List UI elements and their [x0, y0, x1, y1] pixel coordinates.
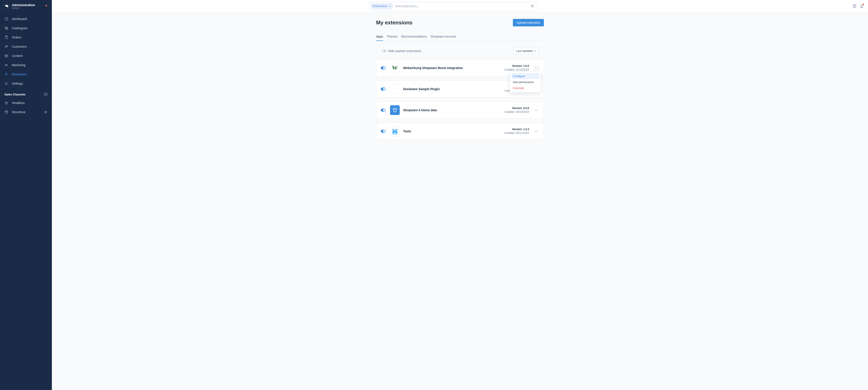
notifications-button[interactable] [860, 4, 864, 8]
svg-point-6 [5, 46, 7, 47]
nav-customers[interactable]: Customers [0, 42, 52, 51]
section-title: Sales Channels [4, 93, 26, 96]
chevron-down-icon [389, 5, 391, 7]
extension-meta: Version: 1.2.3 Installed: 04/11/2023 [504, 127, 529, 135]
svg-point-32 [537, 110, 538, 111]
svg-rect-8 [5, 55, 8, 57]
svg-rect-3 [6, 28, 8, 29]
svg-point-24 [535, 68, 535, 68]
svg-point-19 [45, 112, 46, 113]
extension-more-button[interactable] [533, 108, 539, 112]
nav-label: Content [12, 54, 23, 58]
sort-select[interactable]: Last updated [514, 48, 538, 54]
svg-point-39 [396, 130, 397, 130]
brand-area[interactable]: Administration 6.5.6.0 [0, 0, 52, 12]
search-input[interactable] [393, 4, 530, 8]
extension-more-button[interactable] [533, 129, 539, 133]
plugin-icon [390, 105, 400, 115]
toggle-switch-icon [381, 50, 386, 52]
brand-version: 6.5.6.0 [12, 7, 35, 9]
channel-storefront[interactable]: Storefront [0, 108, 52, 117]
topbar: Extensions [52, 0, 868, 12]
page-title: My extensions [376, 20, 412, 26]
svg-point-43 [537, 131, 538, 132]
basket-icon [4, 101, 8, 105]
nav-label: Dashboard [12, 17, 27, 21]
search-icon[interactable] [531, 4, 534, 8]
sales-channels-header: Sales Channels [0, 88, 52, 98]
channels-list: Headless Storefront [0, 98, 52, 117]
brand-title: Administration [12, 3, 35, 7]
hide-inactive-toggle[interactable]: Hide inactive extensions [381, 49, 421, 53]
extension-row: Shopware 6 Demo data Version: 2.0.0 Inst… [376, 101, 544, 119]
nav-dashboard[interactable]: Dashboard [0, 14, 52, 24]
eye-icon[interactable] [44, 110, 48, 114]
plugin-icon [390, 126, 400, 136]
context-permissions[interactable]: See permissions [511, 79, 539, 85]
nav-label: Extensions [12, 72, 27, 76]
svg-point-20 [531, 5, 533, 7]
extension-installed-date: Installed: 04/11/2023 [504, 131, 529, 135]
extension-version: Version: 1.2.3 [504, 127, 529, 131]
nav-label: Settings [12, 82, 23, 85]
extension-installed-date: Installed: 04/10/2023 [504, 110, 529, 114]
search-scope-label: Extensions [373, 4, 387, 8]
svg-point-25 [536, 68, 537, 68]
context-configure[interactable]: Configure [511, 73, 539, 79]
copy-icon [4, 26, 8, 30]
upload-extension-button[interactable]: Upload extension [513, 19, 544, 26]
extension-meta: Version: 1.0.0 Installed: 12/10/2023 [504, 64, 529, 72]
extension-active-toggle[interactable] [381, 66, 386, 69]
search-scope-selector[interactable]: Extensions [371, 3, 393, 9]
users-icon [4, 44, 8, 49]
tshirt-icon [392, 108, 398, 113]
extension-meta: Version: 2.0.0 Installed: 04/10/2023 [504, 107, 529, 114]
ellipsis-icon [535, 131, 538, 132]
status-dot-icon [45, 5, 47, 6]
nav-label: Customers [12, 45, 27, 48]
svg-point-31 [536, 110, 537, 111]
svg-point-30 [535, 110, 535, 111]
nav-label: Catalogues [12, 26, 28, 30]
nav-label: Orders [12, 36, 21, 39]
svg-rect-18 [5, 112, 8, 114]
channel-headless[interactable]: Headless [0, 98, 52, 108]
svg-point-41 [535, 131, 535, 132]
context-uninstall[interactable]: Uninstall [511, 85, 539, 91]
extension-active-toggle[interactable] [381, 130, 386, 133]
extension-row: Tools Version: 1.2.3 Installed: 04/11/20… [376, 123, 544, 140]
extension-active-toggle[interactable] [381, 88, 386, 91]
main-nav: Dashboard Catalogues Orders Customers Co… [0, 12, 52, 88]
extension-active-toggle[interactable] [381, 109, 386, 112]
tab-apps[interactable]: Apps [376, 33, 383, 41]
extension-name: Tools [403, 129, 411, 133]
help-icon[interactable] [852, 4, 857, 8]
tabs: Apps Themes Recommendations Shopware Acc… [376, 33, 544, 41]
tab-themes[interactable]: Themes [386, 33, 398, 41]
ellipsis-icon [535, 67, 538, 68]
nav-marketing[interactable]: Marketing [0, 60, 52, 70]
plugin-icon: W [390, 63, 400, 73]
nav-extensions[interactable]: Extensions [0, 70, 52, 79]
add-channel-button[interactable] [44, 93, 48, 96]
svg-line-21 [533, 7, 533, 7]
extension-more-button[interactable] [533, 66, 539, 70]
nav-label: Marketing [12, 63, 25, 67]
ellipsis-icon [535, 110, 538, 111]
svg-rect-11 [5, 73, 7, 75]
search-box[interactable]: Extensions [369, 2, 537, 10]
nav-settings[interactable]: Settings [0, 79, 52, 88]
extension-name: Webwirkung Shopware Bexio Integration [403, 66, 463, 70]
tab-recommendations[interactable]: Recommendations [401, 33, 427, 41]
svg-point-42 [536, 131, 537, 132]
tab-shopware-account[interactable]: Shopware Account [431, 33, 456, 41]
nav-content[interactable]: Content [0, 51, 52, 60]
gauge-icon [4, 17, 8, 21]
frog-icon [391, 127, 399, 136]
nav-catalogues[interactable]: Catalogues [0, 24, 52, 33]
store-icon [4, 110, 8, 114]
svg-point-7 [7, 46, 8, 47]
svg-point-15 [6, 83, 7, 84]
nav-orders[interactable]: Orders [0, 33, 52, 42]
clipboard-icon [4, 35, 8, 39]
